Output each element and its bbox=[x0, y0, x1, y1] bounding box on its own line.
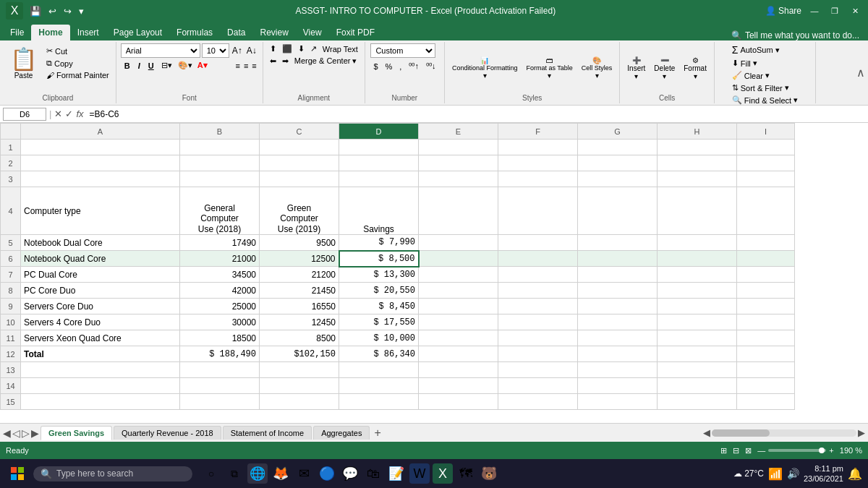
cell-i15[interactable] bbox=[737, 394, 795, 410]
italic-button[interactable]: I bbox=[135, 60, 144, 72]
cell-f6[interactable] bbox=[498, 251, 578, 267]
cell-i8[interactable] bbox=[737, 283, 795, 299]
cancel-formula-icon[interactable]: ✕ bbox=[54, 108, 62, 119]
col-header-g[interactable]: G bbox=[578, 124, 658, 140]
taskbar-wechat[interactable]: 💬 bbox=[340, 463, 360, 484]
cell-f1[interactable] bbox=[498, 140, 578, 155]
cell-i14[interactable] bbox=[737, 378, 795, 394]
clear-btn[interactable]: 🧹 Clear ▾ bbox=[730, 70, 772, 81]
cell-g12[interactable] bbox=[578, 346, 658, 362]
number-format-select[interactable]: Custom General Number Currency Accountin… bbox=[370, 43, 435, 58]
cell-i6[interactable] bbox=[737, 251, 795, 267]
cell-c6[interactable]: 12500 bbox=[260, 251, 339, 267]
col-header-c[interactable]: C bbox=[260, 124, 339, 140]
cell-d5[interactable]: $ 7,990 bbox=[339, 235, 419, 251]
cell-h8[interactable] bbox=[658, 283, 737, 299]
cell-a2[interactable] bbox=[21, 155, 180, 171]
cell-h15[interactable] bbox=[658, 394, 737, 410]
cell-h4[interactable] bbox=[658, 187, 737, 235]
cell-h1[interactable] bbox=[658, 140, 737, 155]
cell-d10[interactable]: $ 17,550 bbox=[339, 314, 419, 330]
speaker-icon[interactable]: 🔊 bbox=[787, 468, 799, 479]
cell-b13[interactable] bbox=[180, 362, 260, 378]
cell-a6[interactable]: Notebook Quad Core bbox=[21, 251, 180, 267]
cell-f4[interactable] bbox=[498, 187, 578, 235]
h-scrollbar-thumb[interactable] bbox=[712, 429, 770, 437]
col-header-b[interactable]: B bbox=[180, 124, 260, 140]
cell-d13[interactable] bbox=[339, 362, 419, 378]
cell-i7[interactable] bbox=[737, 267, 795, 283]
col-header-i[interactable]: I bbox=[737, 124, 795, 140]
cell-b8[interactable]: 42000 bbox=[180, 283, 260, 299]
indent-decrease-btn[interactable]: ⬅ bbox=[268, 56, 278, 67]
cell-d14[interactable] bbox=[339, 378, 419, 394]
cell-h5[interactable] bbox=[658, 235, 737, 251]
indent-increase-btn[interactable]: ➡ bbox=[280, 56, 291, 67]
cell-styles-btn[interactable]: 🎨 Cell Styles ▾ bbox=[579, 54, 616, 82]
zoom-out-btn[interactable]: — bbox=[757, 446, 765, 455]
tab-nav-left2[interactable]: ◁ bbox=[12, 427, 20, 439]
cell-g10[interactable] bbox=[578, 314, 658, 330]
cell-e14[interactable] bbox=[419, 378, 498, 394]
cut-button[interactable]: ✂ Cut bbox=[44, 46, 111, 56]
cell-b14[interactable] bbox=[180, 378, 260, 394]
cell-f8[interactable] bbox=[498, 283, 578, 299]
cell-e9[interactable] bbox=[419, 299, 498, 314]
cell-g1[interactable] bbox=[578, 140, 658, 155]
restore-btn[interactable]: ❐ bbox=[827, 4, 842, 18]
cell-e15[interactable] bbox=[419, 394, 498, 410]
wrap-text-btn[interactable]: Wrap Text bbox=[320, 44, 360, 54]
cell-g6[interactable] bbox=[578, 251, 658, 267]
cell-a1[interactable] bbox=[21, 140, 180, 155]
cell-e7[interactable] bbox=[419, 267, 498, 283]
tell-me-input[interactable]: Tell me what you want to do... bbox=[745, 30, 859, 40]
percent-btn[interactable]: $ bbox=[370, 61, 380, 72]
cell-b12[interactable]: $ 188,490 bbox=[180, 346, 260, 362]
bottom-align-btn[interactable]: ⬇ bbox=[296, 43, 307, 54]
cell-h10[interactable] bbox=[658, 314, 737, 330]
sheet-scroll-left[interactable]: ◀ bbox=[703, 427, 710, 438]
sheet-tab-green-savings[interactable]: Green Savings bbox=[41, 426, 112, 440]
underline-button[interactable]: U bbox=[145, 60, 158, 72]
cell-d2[interactable] bbox=[339, 155, 419, 171]
notification-icon[interactable]: 🔔 bbox=[848, 467, 862, 481]
cell-c12[interactable]: $102,150 bbox=[260, 346, 339, 362]
sheet-scroll-right[interactable]: ▶ bbox=[858, 427, 865, 438]
col-header-e[interactable]: E bbox=[419, 124, 498, 140]
fill-btn[interactable]: ⬇ Fill ▾ bbox=[730, 58, 760, 69]
cell-b9[interactable]: 25000 bbox=[180, 299, 260, 314]
top-align-btn[interactable]: ⬆ bbox=[268, 43, 278, 54]
redo-qa-btn[interactable]: ↪ bbox=[61, 4, 74, 18]
cell-b7[interactable]: 34500 bbox=[180, 267, 260, 283]
cell-a13[interactable] bbox=[21, 362, 180, 378]
cell-g5[interactable] bbox=[578, 235, 658, 251]
start-button[interactable] bbox=[6, 462, 29, 485]
close-btn[interactable]: ✕ bbox=[848, 4, 862, 18]
cell-i12[interactable] bbox=[737, 346, 795, 362]
cell-b10[interactable]: 30000 bbox=[180, 314, 260, 330]
tab-view[interactable]: View bbox=[296, 25, 329, 40]
cell-h3[interactable] bbox=[658, 171, 737, 187]
cell-f10[interactable] bbox=[498, 314, 578, 330]
insert-btn[interactable]: ➕ Insert ▾ bbox=[624, 54, 648, 82]
cell-i13[interactable] bbox=[737, 362, 795, 378]
cell-f11[interactable] bbox=[498, 330, 578, 346]
cell-i11[interactable] bbox=[737, 330, 795, 346]
cell-f13[interactable] bbox=[498, 362, 578, 378]
cell-a9[interactable]: Servers Core Duo bbox=[21, 299, 180, 314]
cell-d11[interactable]: $ 10,000 bbox=[339, 330, 419, 346]
cell-g7[interactable] bbox=[578, 267, 658, 283]
cell-a4[interactable]: Computer type bbox=[21, 187, 180, 235]
decrease-decimal-btn[interactable]: ⁰⁰↓ bbox=[423, 60, 439, 72]
cell-c4[interactable]: GreenComputerUse (2019) bbox=[260, 187, 339, 235]
taskbar-cortana[interactable]: ○ bbox=[201, 463, 221, 484]
taskbar-edge[interactable]: 🌐 bbox=[247, 463, 268, 484]
cell-f7[interactable] bbox=[498, 267, 578, 283]
cell-c8[interactable]: 21450 bbox=[260, 283, 339, 299]
tab-file[interactable]: File bbox=[3, 25, 31, 40]
sheet-tab-aggregates[interactable]: Aggregates bbox=[313, 426, 370, 440]
undo-qa-btn[interactable]: ↩ bbox=[46, 4, 59, 18]
cell-e2[interactable] bbox=[419, 155, 498, 171]
tab-foxit[interactable]: Foxit PDF bbox=[329, 25, 382, 40]
tab-nav-left[interactable]: ◀ bbox=[3, 427, 11, 439]
